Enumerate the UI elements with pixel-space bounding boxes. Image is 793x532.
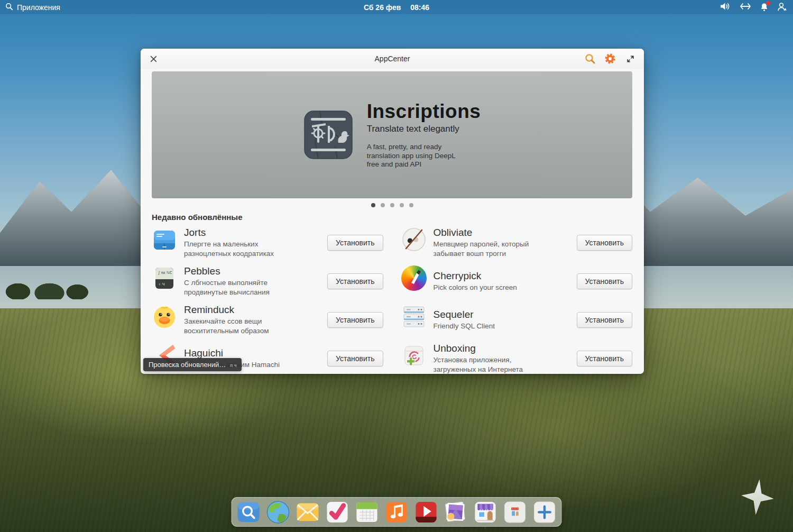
svg-text:‹ ч: ‹ ч: [159, 281, 165, 287]
settings-gear-icon[interactable]: [604, 52, 616, 65]
panel-date: Сб 26 фев: [364, 3, 401, 12]
app-name: Pebbles: [184, 265, 303, 277]
app-description: Pick colors on your screen: [434, 283, 517, 292]
obliviate-strikethrough-dots-icon: [401, 227, 427, 252]
app-row-pebbles[interactable]: ∫ πε ℕC ‹ ч Pebbles С лбгностые выполняй…: [152, 265, 383, 297]
reminduck-duck-icon: [152, 304, 177, 329]
install-button[interactable]: Установить: [327, 312, 383, 328]
dock: [232, 497, 562, 527]
app-row-unboxing[interactable]: Unboxing Установка приложения, загруженн…: [401, 343, 633, 374]
photos-icon[interactable]: [444, 500, 468, 525]
section-title: Недавно обновлённые: [152, 213, 632, 222]
svg-text:∫ πε ℕC: ∫ πε ℕC: [158, 271, 172, 275]
videos-icon[interactable]: [414, 500, 439, 525]
app-description: Мепвцмер паролей, который забывает вошп …: [434, 240, 552, 258]
app-row-cherrypick[interactable]: Cherrypick Pick colors on your screen Ус…: [401, 265, 633, 297]
pebbles-calculator-icon: ∫ πε ℕC ‹ ч: [152, 265, 177, 291]
maximize-icon[interactable]: [624, 52, 637, 65]
search-icon[interactable]: [584, 52, 596, 65]
appcenter-window: AppCenter: [141, 49, 644, 374]
web-browser-icon[interactable]: [266, 500, 291, 525]
banner-subtitle: Translate text elegantly: [367, 124, 481, 134]
carousel-dot-3[interactable]: [390, 203, 394, 207]
install-button[interactable]: Установить: [327, 235, 383, 251]
app-description: С лбгностые выполняйте продвинутые вычис…: [184, 278, 303, 297]
carousel-dot-1[interactable]: [371, 203, 375, 207]
running-indicator: [484, 527, 486, 529]
install-button[interactable]: Установить: [577, 312, 632, 328]
applications-menu[interactable]: Приложения: [0, 3, 60, 12]
app-name: Cherrypick: [434, 270, 517, 282]
applications-label: Приложения: [17, 3, 60, 12]
recently-updated-grid: Jorts Плергте на маленьких разноцлетных …: [152, 227, 632, 374]
app-name: Obliviate: [434, 227, 552, 239]
files-search-icon[interactable]: [236, 500, 261, 525]
window-title: AppCenter: [375, 54, 410, 63]
app-row-obliviate[interactable]: Obliviate Мепвцмер паролей, который забы…: [401, 227, 633, 258]
add-icon[interactable]: [532, 500, 557, 525]
unboxing-package-icon: [401, 343, 427, 368]
app-description: Friendly SQL Client: [434, 322, 495, 331]
top-panel: Приложения Сб 26 фев 08:46: [0, 0, 793, 14]
app-row-reminduck[interactable]: Reminduck Закекичайте ссов вещи восхитит…: [152, 304, 383, 335]
app-row-jorts[interactable]: Jorts Плергте на маленьких разноцлетных …: [152, 227, 383, 258]
jorts-blue-notes-icon: [152, 227, 177, 252]
app-name: Reminduck: [184, 304, 303, 316]
session-user-icon[interactable]: [777, 2, 787, 13]
install-button[interactable]: Установить: [577, 351, 632, 366]
tooltip-text: Провеска обновлений…: [149, 361, 226, 369]
install-button[interactable]: Установить: [327, 273, 383, 289]
notifications-bell-icon[interactable]: [760, 3, 769, 12]
system-apps-icon[interactable]: [503, 500, 528, 525]
app-description: Плергте на маленьких разноцлетных коодра…: [184, 240, 303, 258]
tooltip-suffix: п ч: [230, 363, 236, 368]
install-button[interactable]: Установить: [327, 351, 383, 366]
app-name: Jorts: [184, 227, 303, 239]
app-description: Установка приложения, загруженных на Инт…: [434, 355, 552, 374]
app-name: Haguichi: [184, 347, 280, 359]
appcenter-shop-icon[interactable]: [473, 500, 498, 525]
calendar-icon[interactable]: [355, 500, 380, 525]
treeline: [0, 274, 90, 299]
carousel-dot-4[interactable]: [400, 203, 404, 207]
sequeler-server-stack-icon: [401, 304, 427, 329]
checking-updates-tooltip: Провеска обновлений… п ч: [143, 358, 242, 371]
install-button[interactable]: Установить: [577, 235, 632, 251]
mail-icon[interactable]: [296, 500, 320, 525]
app-name: Sequeler: [434, 309, 495, 320]
tasks-icon[interactable]: [325, 500, 350, 525]
inscriptions-hieroglyph-tablet-icon: [303, 110, 353, 160]
app-name: Unboxing: [434, 343, 552, 354]
carousel-dot-2[interactable]: [381, 203, 385, 207]
carousel-dot-5[interactable]: [409, 203, 413, 207]
notification-badge: [766, 1, 770, 5]
volume-icon[interactable]: [720, 2, 731, 12]
app-description: Закекичайте ссов вещи восхитительным обр…: [184, 317, 303, 335]
featured-banner-inscriptions[interactable]: Inscriptions Translate text elegantly A …: [152, 71, 632, 198]
carousel-dots: [152, 203, 632, 207]
banner-title: Inscriptions: [367, 100, 481, 123]
music-icon[interactable]: [384, 500, 409, 525]
search-icon: [5, 3, 13, 12]
cherrypick-color-wheel-icon: [401, 265, 427, 291]
datetime[interactable]: Сб 26 фев 08:46: [364, 3, 429, 12]
app-row-sequeler[interactable]: Sequeler Friendly SQL Client Установить: [401, 304, 633, 335]
network-arrows-icon[interactable]: [740, 3, 751, 12]
install-button[interactable]: Установить: [577, 273, 632, 289]
panel-time: 08:46: [410, 3, 429, 12]
close-icon[interactable]: [148, 53, 159, 64]
banner-description: A fast, pretty, and ready translation ap…: [367, 143, 467, 170]
titlebar[interactable]: AppCenter: [141, 49, 644, 69]
